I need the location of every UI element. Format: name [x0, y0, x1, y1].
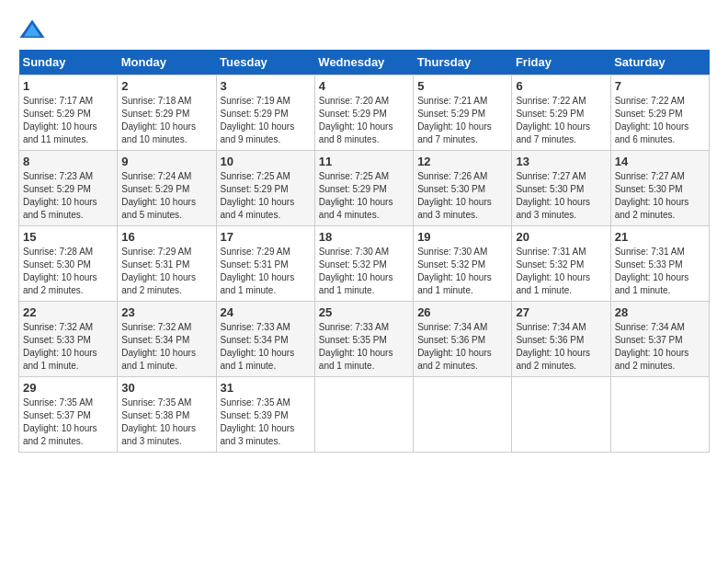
calendar-cell: 16 Sunrise: 7:29 AMSunset: 5:31 PMDaylig…: [118, 226, 216, 302]
day-number: 22: [23, 305, 113, 319]
day-number: 19: [417, 230, 507, 244]
day-info: Sunrise: 7:17 AMSunset: 5:29 PMDaylight:…: [23, 96, 97, 144]
day-info: Sunrise: 7:31 AMSunset: 5:32 PMDaylight:…: [516, 247, 590, 295]
day-number: 16: [121, 230, 211, 244]
day-number: 21: [615, 230, 705, 244]
calendar-cell: 12 Sunrise: 7:26 AMSunset: 5:30 PMDaylig…: [414, 151, 512, 226]
day-number: 17: [221, 230, 311, 244]
day-number: 24: [221, 305, 311, 319]
day-number: 13: [516, 155, 606, 168]
logo: [18, 18, 50, 40]
calendar-cell: 30 Sunrise: 7:35 AMSunset: 5:38 PMDaylig…: [118, 377, 216, 453]
calendar-cell: 2 Sunrise: 7:18 AMSunset: 5:29 PMDayligh…: [118, 75, 216, 151]
day-number: 27: [516, 305, 606, 319]
day-info: Sunrise: 7:30 AMSunset: 5:32 PMDaylight:…: [319, 247, 393, 295]
day-info: Sunrise: 7:22 AMSunset: 5:29 PMDaylight:…: [615, 96, 689, 144]
day-number: 5: [417, 79, 507, 93]
day-info: Sunrise: 7:30 AMSunset: 5:32 PMDaylight:…: [417, 247, 492, 295]
day-info: Sunrise: 7:26 AMSunset: 5:30 PMDaylight:…: [417, 171, 492, 220]
calendar-cell: 14 Sunrise: 7:27 AMSunset: 5:30 PMDaylig…: [610, 151, 709, 226]
calendar-cell: 19 Sunrise: 7:30 AMSunset: 5:32 PMDaylig…: [414, 226, 512, 302]
day-number: 26: [417, 305, 507, 319]
day-number: 20: [516, 230, 606, 244]
column-header-saturday: Saturday: [610, 50, 709, 75]
day-info: Sunrise: 7:33 AMSunset: 5:34 PMDaylight:…: [221, 322, 295, 371]
day-info: Sunrise: 7:34 AMSunset: 5:36 PMDaylight:…: [516, 322, 590, 371]
calendar-cell: 26 Sunrise: 7:34 AMSunset: 5:36 PMDaylig…: [414, 302, 512, 377]
day-number: 12: [417, 155, 507, 168]
column-header-sunday: Sunday: [19, 50, 118, 75]
day-info: Sunrise: 7:22 AMSunset: 5:29 PMDaylight:…: [516, 96, 590, 144]
day-number: 14: [615, 155, 705, 168]
calendar-cell: 28 Sunrise: 7:34 AMSunset: 5:37 PMDaylig…: [610, 302, 709, 377]
day-info: Sunrise: 7:24 AMSunset: 5:29 PMDaylight:…: [121, 171, 196, 220]
calendar-cell: 15 Sunrise: 7:28 AMSunset: 5:30 PMDaylig…: [19, 226, 118, 302]
calendar-cell: 3 Sunrise: 7:19 AMSunset: 5:29 PMDayligh…: [216, 75, 314, 151]
calendar-cell: 1 Sunrise: 7:17 AMSunset: 5:29 PMDayligh…: [19, 75, 118, 151]
day-number: 2: [121, 79, 211, 93]
day-info: Sunrise: 7:27 AMSunset: 5:30 PMDaylight:…: [615, 171, 689, 220]
calendar-table: SundayMondayTuesdayWednesdayThursdayFrid…: [18, 50, 710, 453]
day-info: Sunrise: 7:19 AMSunset: 5:29 PMDaylight:…: [221, 96, 295, 144]
day-number: 11: [319, 155, 409, 168]
day-info: Sunrise: 7:21 AMSunset: 5:29 PMDaylight:…: [417, 96, 492, 144]
day-info: Sunrise: 7:35 AMSunset: 5:39 PMDaylight:…: [221, 397, 295, 446]
day-number: 23: [121, 305, 211, 319]
day-number: 1: [23, 79, 113, 93]
calendar-cell: 11 Sunrise: 7:25 AMSunset: 5:29 PMDaylig…: [314, 151, 413, 226]
day-number: 29: [23, 381, 113, 395]
day-info: Sunrise: 7:25 AMSunset: 5:29 PMDaylight:…: [319, 171, 393, 220]
calendar-cell: [414, 377, 512, 453]
calendar-cell: 24 Sunrise: 7:33 AMSunset: 5:34 PMDaylig…: [216, 302, 314, 377]
calendar-cell: 22 Sunrise: 7:32 AMSunset: 5:33 PMDaylig…: [19, 302, 118, 377]
column-header-wednesday: Wednesday: [314, 50, 413, 75]
calendar-cell: 10 Sunrise: 7:25 AMSunset: 5:29 PMDaylig…: [216, 151, 314, 226]
day-info: Sunrise: 7:20 AMSunset: 5:29 PMDaylight:…: [319, 96, 393, 144]
day-number: 8: [23, 155, 113, 168]
day-info: Sunrise: 7:35 AMSunset: 5:37 PMDaylight:…: [23, 397, 97, 446]
calendar-cell: 23 Sunrise: 7:32 AMSunset: 5:34 PMDaylig…: [118, 302, 216, 377]
day-info: Sunrise: 7:29 AMSunset: 5:31 PMDaylight:…: [121, 247, 196, 295]
calendar-cell: 5 Sunrise: 7:21 AMSunset: 5:29 PMDayligh…: [414, 75, 512, 151]
column-header-thursday: Thursday: [414, 50, 512, 75]
day-info: Sunrise: 7:29 AMSunset: 5:31 PMDaylight:…: [221, 247, 295, 295]
day-number: 15: [23, 230, 113, 244]
calendar-cell: 4 Sunrise: 7:20 AMSunset: 5:29 PMDayligh…: [314, 75, 413, 151]
column-header-friday: Friday: [512, 50, 610, 75]
day-number: 31: [221, 381, 311, 395]
day-number: 4: [319, 79, 409, 93]
day-number: 10: [221, 155, 311, 168]
calendar-cell: 17 Sunrise: 7:29 AMSunset: 5:31 PMDaylig…: [216, 226, 314, 302]
day-number: 3: [221, 79, 311, 93]
day-number: 6: [516, 79, 606, 93]
day-info: Sunrise: 7:34 AMSunset: 5:36 PMDaylight:…: [417, 322, 492, 371]
day-info: Sunrise: 7:18 AMSunset: 5:29 PMDaylight:…: [121, 96, 196, 144]
calendar-cell: 7 Sunrise: 7:22 AMSunset: 5:29 PMDayligh…: [610, 75, 709, 151]
day-info: Sunrise: 7:31 AMSunset: 5:33 PMDaylight:…: [615, 247, 689, 295]
day-number: 9: [121, 155, 211, 168]
calendar-cell: [512, 377, 610, 453]
day-number: 30: [121, 381, 211, 395]
day-info: Sunrise: 7:25 AMSunset: 5:29 PMDaylight:…: [221, 171, 295, 220]
calendar-cell: 9 Sunrise: 7:24 AMSunset: 5:29 PMDayligh…: [118, 151, 216, 226]
calendar-cell: [314, 377, 413, 453]
day-number: 28: [615, 305, 705, 319]
day-number: 18: [319, 230, 409, 244]
day-number: 7: [615, 79, 705, 93]
column-header-monday: Monday: [118, 50, 216, 75]
day-number: 25: [319, 305, 409, 319]
calendar-cell: 29 Sunrise: 7:35 AMSunset: 5:37 PMDaylig…: [19, 377, 118, 453]
day-info: Sunrise: 7:32 AMSunset: 5:33 PMDaylight:…: [23, 322, 97, 371]
calendar-cell: 25 Sunrise: 7:33 AMSunset: 5:35 PMDaylig…: [314, 302, 413, 377]
calendar-cell: 6 Sunrise: 7:22 AMSunset: 5:29 PMDayligh…: [512, 75, 610, 151]
day-info: Sunrise: 7:35 AMSunset: 5:38 PMDaylight:…: [121, 397, 196, 446]
header: [18, 18, 710, 40]
day-info: Sunrise: 7:27 AMSunset: 5:30 PMDaylight:…: [516, 171, 590, 220]
day-info: Sunrise: 7:33 AMSunset: 5:35 PMDaylight:…: [319, 322, 393, 371]
calendar-cell: 27 Sunrise: 7:34 AMSunset: 5:36 PMDaylig…: [512, 302, 610, 377]
calendar-cell: 13 Sunrise: 7:27 AMSunset: 5:30 PMDaylig…: [512, 151, 610, 226]
calendar-cell: 8 Sunrise: 7:23 AMSunset: 5:29 PMDayligh…: [19, 151, 118, 226]
calendar-cell: 18 Sunrise: 7:30 AMSunset: 5:32 PMDaylig…: [314, 226, 413, 302]
logo-icon: [18, 18, 46, 40]
day-info: Sunrise: 7:34 AMSunset: 5:37 PMDaylight:…: [615, 322, 689, 371]
